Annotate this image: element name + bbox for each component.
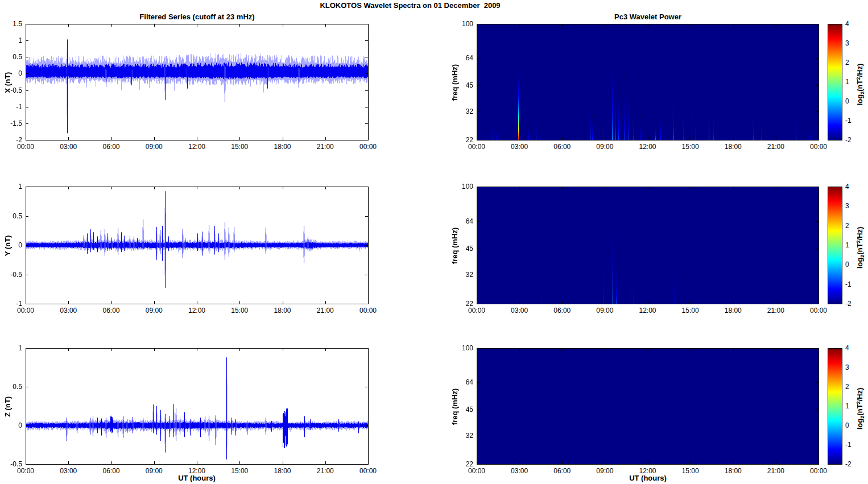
time-tick-label: 09:00 [592, 467, 617, 475]
time-tick-label: 18:00 [270, 467, 295, 475]
time-tick-label: 06:00 [549, 467, 574, 475]
colorbar-axis-label: log2(nT2/Hz) [854, 205, 867, 290]
time-tick-label: 00:00 [13, 307, 38, 315]
colorbar-axis-label: log2(nT2/Hz) [854, 42, 867, 127]
time-tick-label: 18:00 [721, 307, 746, 315]
y-tick-label: -1.5 [0, 119, 22, 127]
y-tick-label: 1.5 [0, 20, 22, 28]
time-tick-label: 09:00 [142, 467, 167, 475]
filtered-series-title: Filtered Series (cutoff at 23 mHz) [26, 13, 369, 21]
x-wavelet-spectrogram [477, 24, 819, 140]
time-tick-label: 03:00 [507, 307, 532, 315]
y-axis-label: freq (mHz) [450, 212, 460, 280]
time-tick-label: 09:00 [592, 143, 617, 151]
time-tick-label: 15:00 [227, 467, 252, 475]
y-tick-label: 1 [0, 36, 22, 44]
figure-title: KLOKOTOS Wavelet Spectra on 01 December … [0, 1, 820, 10]
time-tick-label: 18:00 [270, 307, 295, 315]
wavelet-spectra-figure: KLOKOTOS Wavelet Spectra on 01 December … [0, 0, 868, 484]
y-tick-label: 1 [0, 183, 22, 191]
time-tick-label: 12:00 [635, 467, 660, 475]
time-tick-label: 00:00 [806, 143, 831, 151]
x-axis-label-right: UT (hours) [591, 474, 705, 482]
y-axis-label: X (nT) [3, 48, 13, 117]
colorbar-z [828, 348, 842, 465]
time-tick-label: 12:00 [184, 143, 209, 151]
time-tick-label: 21:00 [763, 307, 788, 315]
time-tick-label: 00:00 [464, 467, 489, 475]
time-tick-label: 03:00 [56, 143, 81, 151]
time-tick-label: 09:00 [142, 307, 167, 315]
time-tick-label: 03:00 [507, 143, 532, 151]
time-tick-label: 06:00 [549, 143, 574, 151]
z-wavelet-spectrogram [477, 348, 819, 465]
y-axis-label: Y (nT) [3, 212, 13, 280]
time-tick-label: 03:00 [56, 307, 81, 315]
y-wavelet-spectrogram [477, 187, 819, 304]
time-tick-label: 12:00 [635, 143, 660, 151]
time-tick-label: 03:00 [56, 467, 81, 475]
time-tick-label: 15:00 [227, 307, 252, 315]
time-tick-label: 21:00 [313, 307, 338, 315]
y-tick-label: 100 [449, 183, 473, 191]
x-axis-label-left: UT (hours) [140, 474, 254, 482]
y-axis-label: Z (nT) [3, 373, 13, 441]
time-tick-label: 00:00 [356, 307, 381, 315]
time-tick-label: 21:00 [763, 143, 788, 151]
y-axis-label: freq (mHz) [450, 373, 460, 441]
x-filtered-series-plot [26, 24, 369, 140]
time-tick-label: 00:00 [464, 143, 489, 151]
time-tick-label: 00:00 [13, 143, 38, 151]
time-tick-label: 00:00 [356, 467, 381, 475]
y-axis-label: freq (mHz) [450, 48, 460, 117]
colorbar-tick-label: 4 [845, 20, 862, 28]
time-tick-label: 06:00 [99, 467, 124, 475]
z-filtered-series-plot [26, 348, 369, 465]
time-tick-label: 09:00 [592, 307, 617, 315]
time-tick-label: 15:00 [678, 307, 703, 315]
wavelet-power-title: Pc3 Wavelet Power [477, 13, 819, 21]
time-tick-label: 12:00 [184, 467, 209, 475]
y-tick-label: 1 [0, 344, 22, 352]
colorbar-axis-label: log2(nT2/Hz) [854, 366, 867, 451]
time-tick-label: 15:00 [227, 143, 252, 151]
time-tick-label: 06:00 [99, 143, 124, 151]
colorbar-tick-label: 4 [845, 344, 862, 352]
time-tick-label: 15:00 [678, 143, 703, 151]
colorbar-tick-label: -2 [845, 136, 862, 144]
time-tick-label: 09:00 [142, 143, 167, 151]
time-tick-label: 00:00 [806, 307, 831, 315]
y-tick-label: 100 [449, 20, 473, 28]
time-tick-label: 15:00 [678, 467, 703, 475]
time-tick-label: 00:00 [806, 467, 831, 475]
time-tick-label: 21:00 [313, 467, 338, 475]
time-tick-label: 12:00 [635, 307, 660, 315]
y-filtered-series-plot [26, 187, 369, 304]
colorbar-y [828, 187, 842, 304]
time-tick-label: 18:00 [270, 143, 295, 151]
time-tick-label: 00:00 [356, 143, 381, 151]
time-tick-label: 21:00 [313, 143, 338, 151]
time-tick-label: 03:00 [507, 467, 532, 475]
colorbar-tick-label: 4 [845, 183, 862, 191]
time-tick-label: 06:00 [99, 307, 124, 315]
time-tick-label: 18:00 [721, 467, 746, 475]
time-tick-label: 00:00 [464, 307, 489, 315]
colorbar-tick-label: -2 [845, 300, 862, 308]
colorbar-tick-label: -2 [845, 460, 862, 468]
colorbar-x [828, 24, 842, 140]
time-tick-label: 00:00 [13, 467, 38, 475]
time-tick-label: 18:00 [721, 143, 746, 151]
time-tick-label: 21:00 [763, 467, 788, 475]
time-tick-label: 12:00 [184, 307, 209, 315]
y-tick-label: 100 [449, 344, 473, 352]
time-tick-label: 06:00 [549, 307, 574, 315]
